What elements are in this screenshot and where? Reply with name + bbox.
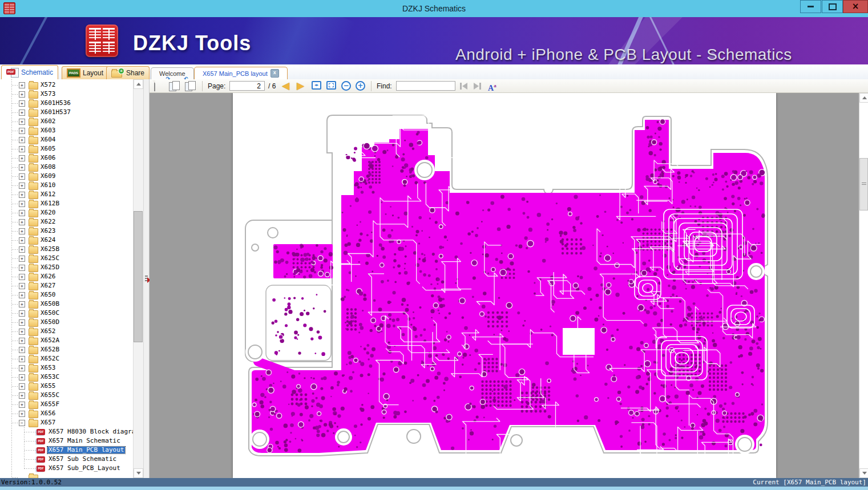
tree-item-X655F[interactable]: +X655F [0,400,133,409]
tab-schematic[interactable]: PDF Schematic [1,65,58,79]
tab-close-icon[interactable]: x [271,69,279,78]
expand-toggle-icon[interactable]: + [19,137,25,143]
minimize-button[interactable] [800,0,821,13]
find-previous-icon[interactable] [460,83,467,90]
expand-toggle-icon[interactable]: + [19,146,25,152]
tree-item-X572[interactable]: +X572 [0,80,133,90]
viewer-scrollbar[interactable] [859,93,868,478]
expand-toggle-icon[interactable]: + [19,237,25,244]
tree-item-X655[interactable]: +X655 [0,382,133,391]
expand-toggle-icon[interactable]: + [19,210,25,216]
tree-item-X620[interactable]: +X620 [0,208,133,217]
expand-toggle-icon[interactable]: + [19,100,25,107]
find-input[interactable] [396,81,455,91]
tree-item-X625B[interactable]: +X625B [0,245,133,254]
scroll-down-icon[interactable] [859,468,868,478]
tree-item-X650[interactable]: +X650 [0,290,133,299]
tree-item-X610[interactable]: +X610 [0,181,133,190]
fit-page-icon[interactable] [326,81,336,90]
pdf-page[interactable] [233,93,776,478]
expand-toggle-icon[interactable]: + [19,283,25,289]
collapse-toggle-icon[interactable]: − [19,420,25,426]
tree-item-X609[interactable]: +X609 [0,172,133,181]
zoom-in-icon[interactable]: + [356,81,365,91]
tree-item-X652A[interactable]: +X652A [0,336,133,345]
tab-share[interactable]: + Share [106,66,150,79]
expand-toggle-icon[interactable]: + [19,365,25,371]
expand-toggle-icon[interactable]: + [19,164,25,171]
expand-toggle-icon[interactable]: + [19,201,25,207]
expand-toggle-icon[interactable]: + [19,402,25,408]
expand-toggle-icon[interactable]: + [19,310,25,317]
expand-toggle-icon[interactable]: + [19,374,25,380]
tree-scrollbar[interactable] [133,79,143,478]
tab-layout[interactable]: PADS Layout [62,66,108,79]
fit-width-icon[interactable]: ◂▸ [312,81,321,90]
tree-item-X650D[interactable]: +X650D [0,318,133,327]
tree-item-X653C[interactable]: +X653C [0,372,133,382]
expand-toggle-icon[interactable]: + [19,82,25,88]
tree-item-X657-Sub_PCB_Layout[interactable]: PDFX657 Sub_PCB_Layout [0,464,133,473]
maximize-button[interactable] [822,0,843,13]
expand-toggle-icon[interactable]: + [19,347,25,353]
scroll-down-icon[interactable] [134,468,143,478]
next-page-icon[interactable]: ▶ [297,81,304,91]
tree-item-X652B[interactable]: +X652B [0,345,133,354]
scroll-up-icon[interactable] [134,79,143,89]
expand-toggle-icon[interactable]: + [19,274,25,280]
expand-toggle-icon[interactable]: + [19,246,25,253]
tree-scrollbar-thumb[interactable] [134,211,143,342]
tree-item-X625D[interactable]: +X625D [0,263,133,272]
tree-item-X657-Sub-Schematic[interactable]: PDFX657 Sub Schematic [0,455,133,464]
tree-item-X623[interactable]: +X623 [0,226,133,236]
tree-item-X603[interactable]: +X603 [0,126,133,135]
tree-item-X605[interactable]: +X605 [0,144,133,153]
previous-page-icon[interactable]: ◀ [282,81,289,91]
expand-toggle-icon[interactable]: + [19,356,25,362]
single-page-icon[interactable] [154,81,155,91]
expand-toggle-icon[interactable]: + [19,265,25,271]
expand-toggle-icon[interactable]: + [19,128,25,134]
tree-item-X606[interactable]: +X606 [0,153,133,163]
panel-splitter[interactable] [143,79,150,478]
tree-item-X653[interactable]: +X653 [0,363,133,372]
tree-item-X601H537[interactable]: +X601H537 [0,108,133,117]
scroll-up-icon[interactable] [859,93,868,103]
expand-toggle-icon[interactable]: + [19,411,25,417]
tree-item-X602[interactable]: +X602 [0,117,133,126]
tree-item-X650B[interactable]: +X650B [0,299,133,309]
expand-toggle-icon[interactable]: + [19,392,25,399]
tree-item-X656[interactable]: +X656 [0,409,133,418]
tree-item-X657-Main_PCB-layout[interactable]: PDFX657 Main_PCB layout [0,446,133,455]
find-next-icon[interactable] [474,83,481,90]
expand-toggle-icon[interactable]: + [19,338,25,344]
doc-tab-x657-main-pcb-layout[interactable]: X657 Main_PCB layout x [194,67,288,79]
expand-toggle-icon[interactable]: + [19,110,25,116]
expand-toggle-icon[interactable]: + [19,219,25,225]
tree-item-X657[interactable]: −X657 [0,418,133,427]
expand-toggle-icon[interactable]: + [19,292,25,298]
tree-item-partial[interactable] [0,473,133,478]
page-number-input[interactable] [229,81,265,91]
expand-toggle-icon[interactable]: + [19,329,25,335]
tree-item-X622[interactable]: +X622 [0,217,133,226]
tree-item-X601H536[interactable]: +X601H536 [0,99,133,108]
tree-item-X657-Main-Schematic[interactable]: PDFX657 Main Schematic [0,436,133,446]
tree-item-X612B[interactable]: +X612B [0,199,133,208]
tree-item-X612[interactable]: +X612 [0,190,133,199]
expand-toggle-icon[interactable]: + [19,183,25,189]
expand-toggle-icon[interactable]: + [19,383,25,390]
tree-item-X652C[interactable]: +X652C [0,354,133,363]
expand-toggle-icon[interactable]: + [19,155,25,161]
tree-item-X604[interactable]: +X604 [0,135,133,144]
tree-item-X625C[interactable]: +X625C [0,254,133,263]
zoom-out-icon[interactable]: − [341,81,351,91]
match-case-icon[interactable]: Aa [488,81,496,93]
tree-item-X608[interactable]: +X608 [0,163,133,172]
expand-toggle-icon[interactable]: + [19,91,25,98]
tree-item-X626[interactable]: +X626 [0,272,133,281]
tree-item-X657-H8030-Block-diagram[interactable]: PDFX657 H8030 Block diagram [0,427,133,436]
expand-toggle-icon[interactable]: + [19,319,25,326]
tree-item-X624[interactable]: +X624 [0,236,133,245]
tree-item-X627[interactable]: +X627 [0,281,133,290]
